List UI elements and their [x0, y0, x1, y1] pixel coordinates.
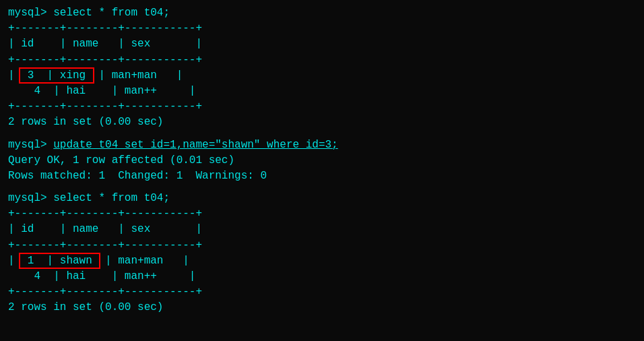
- line-update-cmd: mysql> update t04 set id=1,name="shawn" …: [8, 137, 636, 153]
- spacer-1: [8, 131, 636, 137]
- line-rows-matched: Rows matched: 1 Changed: 1 Warnings: 0: [8, 168, 636, 184]
- line-border2-2: +-------+--------+-----------+: [8, 238, 636, 253]
- line-2-border: +-------+--------+-----------+: [8, 21, 636, 36]
- update-prompt: mysql>: [8, 139, 53, 151]
- line-4-border: +-------+--------+-----------+: [8, 53, 636, 68]
- line-6-row2: 4 | hai | man++ |: [8, 84, 636, 99]
- line-border2-3: +-------+--------+-----------+: [8, 284, 636, 300]
- highlight-id-1-shawn: 1 | shawn: [21, 255, 98, 267]
- line-header2: | id | name | sex |: [8, 222, 636, 237]
- line-row2-1: | 1 | shawn | man+man |: [8, 253, 636, 269]
- line-5-row1: | 3 | xing | man+man |: [8, 68, 636, 84]
- line-query-ok: Query OK, 1 row affected (0.01 sec): [8, 153, 636, 168]
- line-3-header: | id | name | sex |: [8, 36, 636, 52]
- update-command: update t04 set id=1,name="shawn" where i…: [53, 139, 337, 151]
- line-select2-prompt: mysql> select * from t04;: [8, 191, 636, 206]
- terminal-window: mysql> select * from t04; +-------+-----…: [8, 5, 636, 316]
- spacer-2: [8, 184, 636, 191]
- line-7-border: +-------+--------+-----------+: [8, 99, 636, 115]
- highlight-id-3-xing: 3 | xing: [21, 69, 92, 82]
- line-8-result: 2 rows in set (0.00 sec): [8, 115, 636, 130]
- line-row2-2: 4 | hai | man++ |: [8, 269, 636, 284]
- line-border2-1: +-------+--------+-----------+: [8, 206, 636, 222]
- line-1-prompt: mysql> select * from t04;: [8, 5, 636, 21]
- line-result2: 2 rows in set (0.00 sec): [8, 300, 636, 315]
